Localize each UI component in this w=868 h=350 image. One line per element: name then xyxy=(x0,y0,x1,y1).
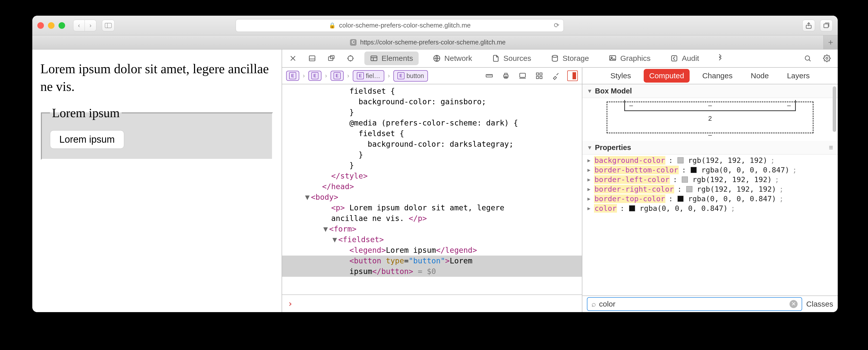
tab-node[interactable]: Node xyxy=(745,69,774,83)
properties-title: Properties xyxy=(595,143,631,152)
svg-rect-39 xyxy=(540,77,542,79)
boxmodel-title: Box Model xyxy=(595,87,632,95)
property-row[interactable]: ▶ color: rgba(0, 0, 0, 0.847); xyxy=(582,204,838,213)
toggle-styles-sidebar-button[interactable] xyxy=(567,70,578,81)
svg-point-10 xyxy=(348,56,353,61)
tab-bar: C https://color-scheme-prefers-color-sch… xyxy=(32,35,838,50)
tab-sources-label: Sources xyxy=(503,54,531,63)
clear-filter-button[interactable]: ✕ xyxy=(789,300,798,308)
tab-elements-label: Elements xyxy=(381,54,413,63)
tab-graphics-label: Graphics xyxy=(620,54,651,63)
svg-rect-15 xyxy=(371,56,377,61)
filter-row: ⌕ color ✕ Classes xyxy=(582,295,838,312)
svg-rect-6 xyxy=(309,56,315,61)
devtools: Elements Network Sources Storage Graphic… xyxy=(282,50,838,312)
minimize-window-button[interactable] xyxy=(48,22,55,29)
crumb-html[interactable]: E xyxy=(286,71,299,81)
sidebar-toggle-button[interactable] xyxy=(102,20,115,31)
console-prompt[interactable]: › xyxy=(282,294,582,312)
forward-button[interactable]: › xyxy=(85,20,96,31)
tab-network[interactable]: Network xyxy=(427,52,478,65)
tab-changes[interactable]: Changes xyxy=(697,69,738,83)
filter-input[interactable]: ⌕ color ✕ xyxy=(587,297,802,311)
svg-rect-34 xyxy=(520,73,526,77)
dock-bottom-icon[interactable] xyxy=(307,53,317,64)
styles-tabbar: Styles Computed Changes Node Layers xyxy=(582,68,838,84)
devtools-settings-button[interactable] xyxy=(822,53,832,64)
dom-tree[interactable]: fieldset { background-color: gainsboro; … xyxy=(282,84,582,294)
main-split: Lorem ipsum dolor sit amet, legere ancil… xyxy=(32,50,838,312)
tab-title: https://color-scheme-prefers-color-schem… xyxy=(360,39,506,46)
close-devtools-button[interactable] xyxy=(288,53,298,64)
chevron-right-icon: › xyxy=(347,72,350,79)
share-button[interactable] xyxy=(802,20,815,31)
tab-sources[interactable]: Sources xyxy=(486,52,537,65)
boxmodel-diagram[interactable]: – – – 2 – xyxy=(591,100,829,138)
browser-tab[interactable]: C https://color-scheme-prefers-color-sch… xyxy=(32,35,824,49)
back-button[interactable]: ‹ xyxy=(73,20,85,31)
property-row[interactable]: ▶ border-top-color: rgba(0, 0, 0, 0.847)… xyxy=(582,194,838,204)
dock-popout-icon[interactable] xyxy=(326,53,337,64)
properties-header[interactable]: ▼ Properties ≡ xyxy=(582,141,838,154)
tab-network-label: Network xyxy=(444,54,472,63)
svg-rect-38 xyxy=(536,77,539,79)
tab-storage[interactable]: Storage xyxy=(545,52,594,65)
print-styles-icon[interactable] xyxy=(501,70,511,81)
classes-button[interactable]: Classes xyxy=(806,300,833,308)
paint-icon[interactable] xyxy=(551,70,561,81)
inspect-element-icon[interactable] xyxy=(345,53,356,64)
crumb-button[interactable]: Ebutton xyxy=(393,70,428,82)
lorem-button[interactable]: Lorem ipsum xyxy=(50,130,124,149)
crumb-fieldset[interactable]: Efiel… xyxy=(353,70,384,82)
tab-storage-label: Storage xyxy=(562,54,589,63)
close-window-button[interactable] xyxy=(37,22,44,29)
devtools-tabbar: Elements Network Sources Storage Graphic… xyxy=(282,50,838,68)
chevron-right-icon: › xyxy=(302,72,305,79)
svg-rect-37 xyxy=(540,73,542,75)
reload-button[interactable]: ⟳ xyxy=(554,22,559,29)
svg-rect-32 xyxy=(505,73,507,75)
grid-icon[interactable] xyxy=(534,70,545,81)
console-prompt-icon: › xyxy=(288,298,293,309)
search-devtools-button[interactable] xyxy=(802,53,813,64)
property-row[interactable]: ▶ border-bottom-color: rgba(0, 0, 0, 0.8… xyxy=(582,165,838,175)
url-bar[interactable]: 🔒 color-scheme-prefers-color-scheme.glit… xyxy=(236,19,564,32)
lock-icon: 🔒 xyxy=(329,22,336,29)
nav-buttons: ‹ › xyxy=(73,20,96,31)
paragraph: Lorem ipsum dolor sit amet, legere ancil… xyxy=(40,60,274,95)
rendered-page: Lorem ipsum dolor sit amet, legere ancil… xyxy=(32,50,282,312)
maximize-window-button[interactable] xyxy=(59,22,65,29)
tab-styles[interactable]: Styles xyxy=(605,69,637,83)
property-row[interactable]: ▶ border-right-color: rgb(192, 192, 192)… xyxy=(582,184,838,194)
crumb-body[interactable]: E xyxy=(308,71,321,81)
filter-input-value: color xyxy=(599,300,615,308)
url-text: color-scheme-prefers-color-scheme.glitch… xyxy=(339,22,471,29)
fieldset: Lorem ipsum Lorem ipsum xyxy=(41,106,273,160)
chevron-right-icon: › xyxy=(387,72,390,79)
tab-layers[interactable]: Layers xyxy=(781,69,815,83)
device-icon[interactable] xyxy=(517,70,528,81)
svg-rect-3 xyxy=(824,24,828,28)
tabs-overview-button[interactable] xyxy=(820,20,833,31)
chevron-right-icon: › xyxy=(324,72,328,79)
more-tabs-button[interactable] xyxy=(715,53,725,64)
tab-graphics[interactable]: Graphics xyxy=(603,52,656,65)
boxmodel-header[interactable]: ▼ Box Model xyxy=(582,84,838,98)
new-tab-button[interactable]: + xyxy=(824,35,838,49)
tab-elements[interactable]: Elements xyxy=(364,52,418,65)
styles-panel: Styles Computed Changes Node Layers ▼ Bo… xyxy=(582,68,838,312)
tab-computed[interactable]: Computed xyxy=(644,69,690,83)
tab-audit[interactable]: Audit xyxy=(664,52,705,65)
filter-icon: ⌕ xyxy=(591,300,596,308)
window-controls xyxy=(37,22,65,29)
elements-breadcrumb-bar: E › E › E › Efiel… › Ebutton xyxy=(282,68,582,84)
elements-panel: E › E › E › Efiel… › Ebutton xyxy=(282,68,582,312)
ruler-icon[interactable] xyxy=(484,70,495,81)
crumb-form[interactable]: E xyxy=(331,71,344,81)
property-row[interactable]: ▶ border-left-color: rgb(192, 192, 192); xyxy=(582,175,838,184)
properties-menu-icon[interactable]: ≡ xyxy=(829,143,833,152)
property-row[interactable]: ▶ background-color: rgb(192, 192, 192); xyxy=(582,155,838,165)
legend: Lorem ipsum xyxy=(50,106,122,120)
svg-point-25 xyxy=(826,57,828,59)
disclosure-triangle-icon: ▼ xyxy=(587,144,592,151)
